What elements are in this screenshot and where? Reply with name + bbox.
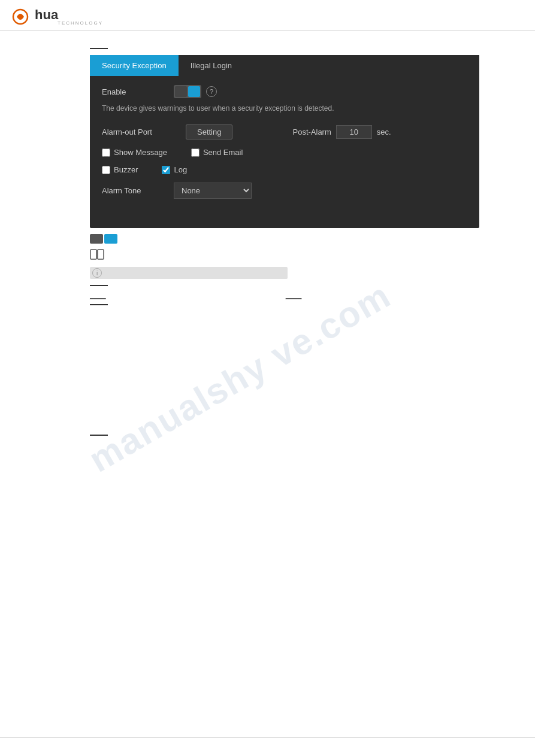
underline-row: ____ ____ [90, 291, 511, 299]
info-text: The device gives warnings to user when a… [102, 104, 467, 113]
buzzer-label: Buzzer [114, 165, 138, 174]
tab-bar: Security Exception Illegal Login [90, 55, 479, 76]
alarm-out-port-label: Alarm-out Port [102, 127, 174, 136]
enable-row: Enable ? [102, 85, 467, 98]
tab-security-exception[interactable]: Security Exception [90, 55, 179, 76]
book-icon-container [90, 248, 511, 262]
buzzer-log-row: Buzzer Log [102, 165, 467, 174]
footer-line [0, 737, 535, 738]
buzzer-item: Buzzer [102, 165, 138, 174]
help-icon[interactable]: ? [206, 86, 217, 97]
setting-button[interactable]: Setting [186, 125, 232, 139]
security-panel: Security Exception Illegal Login Enable … [90, 55, 479, 228]
section-divider-mid1 [90, 285, 108, 286]
logo: hua TECHNOLOGY [12, 7, 103, 26]
toggle-box-dark [90, 234, 103, 244]
progress-bar-container: i [90, 267, 288, 279]
buzzer-checkbox[interactable] [102, 166, 110, 174]
toggle-indicator [90, 234, 117, 244]
alarm-tone-row: Alarm Tone None Tone 1 Tone 2 Tone 3 [102, 183, 467, 199]
logo-subtitle: TECHNOLOGY [58, 20, 103, 26]
logo-text: hua [35, 7, 58, 22]
post-alarm-input[interactable] [336, 125, 372, 139]
panel-body: Enable ? The device gives warnings to us… [90, 76, 479, 216]
text-block-2 [90, 441, 509, 590]
underline-right: ____ [286, 291, 302, 299]
underline-left: ____ [90, 291, 106, 299]
toggle-track-left [175, 86, 187, 97]
dahua-logo-icon [12, 8, 34, 25]
enable-toggle[interactable] [174, 85, 201, 98]
post-alarm-unit: sec. [377, 127, 391, 136]
toggle-thumb [188, 86, 200, 97]
header: hua TECHNOLOGY [0, 0, 535, 31]
send-email-checkbox[interactable] [191, 148, 200, 157]
log-label: Log [174, 165, 187, 174]
section-divider-bottom [90, 435, 108, 436]
show-message-item: Show Message [102, 148, 167, 157]
show-message-checkbox[interactable] [102, 148, 110, 157]
log-checkbox[interactable] [162, 166, 170, 174]
section-divider-top [90, 48, 108, 49]
show-message-label: Show Message [114, 148, 167, 157]
post-alarm-group: Post-Alarm sec. [292, 125, 391, 139]
text-block-1 [90, 310, 509, 430]
below-panel: i [90, 234, 511, 279]
log-item: Log [162, 165, 187, 174]
main-content: Security Exception Illegal Login Enable … [0, 31, 535, 606]
book-icon [90, 248, 104, 260]
send-email-item: Send Email [191, 148, 243, 157]
show-message-send-email-row: Show Message Send Email [102, 148, 467, 157]
send-email-label: Send Email [203, 148, 243, 157]
alarm-tone-select[interactable]: None Tone 1 Tone 2 Tone 3 [174, 183, 252, 199]
toggle-box-blue [104, 234, 117, 244]
section-divider-mid2 [90, 304, 108, 305]
post-alarm-label: Post-Alarm [292, 127, 331, 136]
svg-rect-2 [98, 250, 104, 259]
svg-rect-1 [90, 250, 96, 259]
tab-illegal-login[interactable]: Illegal Login [179, 55, 244, 76]
progress-info-icon: i [92, 268, 102, 278]
enable-label: Enable [102, 87, 174, 96]
alarm-tone-label: Alarm Tone [102, 186, 174, 195]
alarm-port-row: Alarm-out Port Setting Post-Alarm sec. [102, 125, 467, 139]
